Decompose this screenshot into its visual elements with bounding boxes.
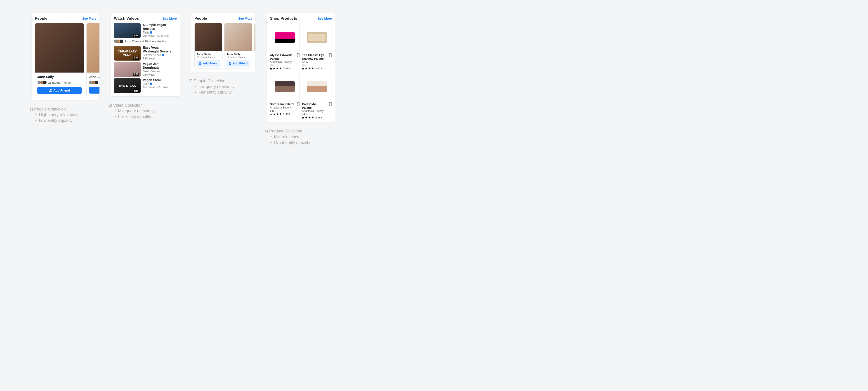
product-card[interactable]: Carli Bybel Palette Anastasia Beverly… $… (302, 72, 332, 119)
add-friend-button[interactable] (89, 87, 99, 94)
bookmark-icon[interactable] (329, 53, 332, 57)
video-duration: 3:35 (133, 57, 139, 60)
person-photo (195, 23, 222, 51)
person-card[interactable]: Jane Sally 16 mutual friends Add Friend (224, 23, 252, 69)
product-name: Soft Glam Palette (270, 102, 294, 106)
card-title: People (35, 16, 48, 21)
annotation: 1) People Collection • High query releva… (29, 106, 99, 124)
product-rating: 252 (270, 67, 300, 70)
add-friend-label: Add Friend (233, 62, 248, 65)
person-card[interactable]: Jane Sally 23 mutual friends Add Friend (194, 23, 222, 69)
video-thumbnail: 3:35 (114, 23, 141, 38)
person-card[interactable]: Jane 8 mu (254, 23, 255, 69)
add-friend-button[interactable]: Add Friend (37, 87, 82, 94)
person-photo (224, 23, 252, 51)
watch-videos-column: Watch Videos See More 3:35 4 Simple Vega… (111, 13, 180, 120)
card-title: Watch Videos (114, 16, 139, 21)
product-price: $45 (270, 109, 300, 112)
video-thumbnail: 3:35 (114, 62, 141, 77)
video-stats: 15K views · 115 likes (143, 86, 168, 89)
people-card: People See More Jane Sally 23 mutual fri… (191, 13, 255, 72)
video-item[interactable]: THIS STEAK 3:35 Vegan Steak Bosh✓ 15K vi… (114, 78, 177, 93)
annotation: 4) Product Collection • Mid relevancy • … (265, 128, 335, 145)
star-icon (273, 67, 275, 70)
mutual-friends (89, 80, 99, 85)
star-icon (302, 117, 304, 119)
video-item[interactable]: CHEAP LAZY VEGA 3:35 Easy Vegan Weeknigh… (114, 46, 177, 61)
add-friend-icon (228, 62, 231, 65)
video-thumbnail: CHEAP LAZY VEGA 3:35 (114, 46, 141, 61)
product-price: $45 (302, 112, 332, 116)
star-outline-icon (283, 67, 285, 70)
video-title: 4 Simple Vegan Recipes (143, 23, 177, 31)
video-item[interactable]: 3:35 4 Simple Vegan Recipes Tasty✓ 78K v… (114, 23, 177, 38)
person-photo (35, 23, 84, 72)
product-name: The Classic Eye Shadow Palette (302, 53, 328, 60)
review-count: 252 (286, 67, 290, 70)
product-card[interactable]: The Classic Eye Shadow Palette KKW $55 3… (302, 23, 332, 70)
bookmark-icon[interactable] (297, 53, 300, 57)
verified-icon: ✓ (162, 54, 164, 56)
add-friend-label: Add Friend (203, 62, 219, 65)
video-source: Buzzfeed Food✓ (143, 54, 177, 57)
annotation-bullet: • Mid query relevancy (114, 108, 180, 114)
star-icon (276, 67, 278, 70)
video-duration: 3:35 (133, 73, 139, 76)
see-more-link[interactable]: See More (82, 17, 96, 20)
star-icon (276, 113, 278, 115)
person-photo (87, 23, 99, 72)
product-image (302, 23, 332, 52)
star-outline-icon (315, 117, 317, 119)
video-title: Vegan Steak (143, 78, 168, 82)
avatar-stack (37, 80, 47, 85)
add-friend-button[interactable]: Add Friend (196, 60, 220, 67)
annotation-heading: 4) Product Collection (265, 128, 335, 134)
people-large-column: People See More Jane Sally 23 mutual fri… (32, 13, 99, 124)
person-card[interactable]: Jane Sally 23 mutual friends Add Friend (35, 23, 84, 97)
annotation-bullet: • Great entity equality (270, 140, 335, 145)
mutual-friends: 23 mutual friends (37, 80, 82, 85)
star-icon (311, 67, 314, 70)
video-thumbnail: THIS STEAK 3:35 (114, 78, 141, 93)
add-friend-icon (198, 62, 202, 65)
video-stats: 78K views · 9.8K likes (143, 34, 177, 37)
product-rating: 188 (302, 116, 332, 119)
add-friend-button[interactable]: Add Friend (226, 60, 250, 67)
star-icon (305, 67, 307, 70)
product-image (302, 72, 332, 101)
video-title: Easy Vegan Weeknight Dinners (143, 46, 177, 53)
person-card[interactable]: Jane Sa (86, 23, 99, 97)
review-count: 193 (286, 113, 290, 116)
product-name: Alyssa Edwards Palette (270, 53, 296, 60)
annotation-bullet: • Fair entity equality (195, 90, 255, 95)
video-item[interactable]: 3:35 Vegan Jam Doughnuts Sarah Simpson 3… (114, 62, 177, 77)
see-more-link[interactable]: See More (238, 17, 252, 20)
star-icon (273, 113, 275, 115)
mutual-text: 23 mutual friends (196, 56, 220, 59)
product-name: Carli Bybel Palette (302, 102, 328, 109)
star-icon (311, 117, 314, 119)
video-title: Vegan Jam Doughnuts (143, 62, 177, 70)
see-more-link[interactable]: See More (318, 17, 332, 20)
star-icon (305, 117, 307, 119)
product-card[interactable]: Soft Glam Palette Anastasia Beverly… $45… (270, 72, 300, 119)
videos-card: Watch Videos See More 3:35 4 Simple Vega… (111, 13, 180, 96)
star-icon (302, 67, 304, 70)
person-name: Jane Sally (37, 75, 82, 79)
person-photo (254, 23, 255, 51)
mutual-text: 16 mutual friends (226, 56, 250, 59)
annotation-bullet: • Low entity equality (35, 118, 99, 123)
shop-products-column: Shop Products See More Alyssa Edwards Pa… (267, 13, 335, 145)
video-social-context: Aron Chen and 18 others like this (114, 39, 177, 43)
product-rating: 329 (302, 67, 332, 70)
star-icon (270, 113, 272, 115)
star-icon (308, 117, 311, 119)
review-count: 329 (318, 67, 322, 70)
product-card[interactable]: Alyssa Edwards Palette Anastasia Beverly… (270, 23, 300, 70)
mutual-text: 23 mutual friends (48, 81, 71, 84)
bookmark-icon[interactable] (329, 102, 332, 106)
person-name: Jane Sally (226, 53, 250, 56)
bookmark-icon[interactable] (297, 102, 300, 106)
annotation-heading: 2) Video Collection (108, 103, 180, 108)
see-more-link[interactable]: See More (163, 17, 177, 20)
